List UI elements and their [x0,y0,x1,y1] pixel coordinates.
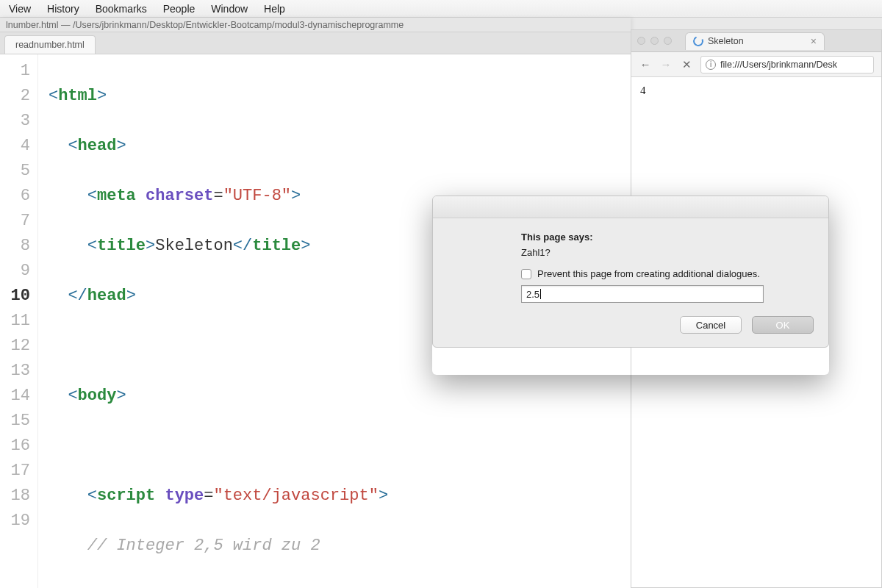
browser-tab-title: Skeleton [708,36,744,46]
prevent-dialogs-checkbox[interactable]: Prevent this page from creating addition… [521,268,808,279]
window-controls[interactable] [637,37,672,45]
prevent-dialogs-label: Prevent this page from creating addition… [537,268,760,279]
prompt-input-value: 2.5 [526,289,539,300]
stop-icon[interactable]: ✕ [680,58,693,71]
address-bar[interactable]: i file:///Users/jbrinkmann/Desk [700,56,874,74]
close-tab-icon[interactable]: × [811,35,817,47]
ok-button[interactable]: OK [752,316,814,334]
menu-bookmarks[interactable]: Bookmarks [96,3,147,15]
code-content[interactable]: <html> <head> <meta charset="UTF-8"> <ti… [38,54,427,588]
traffic-close-icon[interactable] [637,37,645,45]
editor-tab-readnumber[interactable]: readnumber.html [4,35,96,54]
dialog-titlebar [433,196,828,218]
dialog-message: Zahl1? [521,247,808,258]
dialog-heading: This page says: [521,232,808,243]
traffic-min-icon[interactable] [650,37,659,45]
line-gutter: 12345678910111213141516171819 [0,54,38,588]
mac-menubar: View History Bookmarks People Window Hel… [0,0,882,18]
traffic-max-icon[interactable] [664,37,672,45]
browser-viewport: 4 [631,77,881,104]
menu-help[interactable]: Help [264,3,285,15]
browser-toolbar: ← → ✕ i file:///Users/jbrinkmann/Desk [631,52,881,77]
cancel-button[interactable]: Cancel [680,316,742,334]
address-url: file:///Users/jbrinkmann/Desk [720,60,837,70]
forward-icon: → [659,58,673,71]
site-info-icon[interactable]: i [706,60,716,70]
page-output: 4 [640,85,646,96]
menu-history[interactable]: History [47,3,79,15]
checkbox-icon[interactable] [521,269,531,279]
js-prompt-dialog: This page says: Zahl1? Prevent this page… [432,196,829,348]
loading-spinner-icon [692,35,705,48]
text-caret-icon [540,289,541,299]
prompt-input[interactable]: 2.5 [521,285,764,303]
menu-window[interactable]: Window [211,3,248,15]
browser-tab-skeleton[interactable]: Skeleton × [685,32,825,50]
back-icon[interactable]: ← [639,58,652,71]
editor-path: lnumber.html — /Users/jbrinkmann/Desktop… [6,20,404,30]
editor-titlebar: lnumber.html — /Users/jbrinkmann/Desktop… [0,18,631,32]
editor-tabstrip: readnumber.html [0,32,631,54]
menu-view[interactable]: View [9,3,31,15]
browser-tabbar: Skeleton × [631,30,881,52]
menu-people[interactable]: People [163,3,196,15]
